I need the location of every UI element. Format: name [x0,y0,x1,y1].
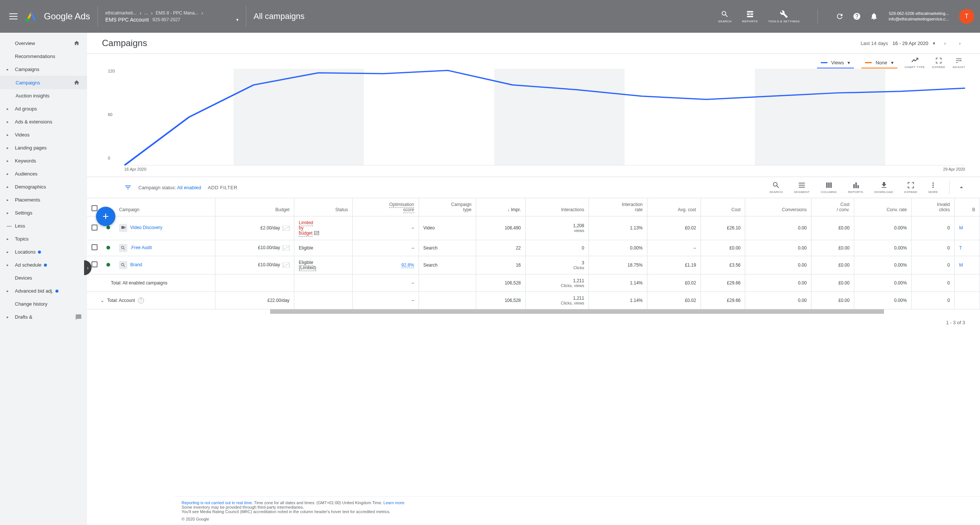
column-header[interactable]: Campaigntype [418,198,476,216]
sidebar-item-campaigns[interactable]: ▸Campaigns [0,63,87,76]
opt-score-link[interactable]: 92.8% [401,262,414,268]
horizontal-scrollbar[interactable] [270,309,884,314]
column-header[interactable]: Cost/ conv. [811,198,854,216]
row-checkbox[interactable] [92,244,97,250]
column-header[interactable]: Interactionrate [589,198,648,216]
column-header[interactable]: Avg. cost [648,198,701,216]
header-reports-button[interactable]: REPORTS [742,10,758,23]
chart-expand-button[interactable]: EXPAND [932,57,945,69]
budget-chart-icon[interactable] [283,246,290,251]
sidebar-item-campaigns[interactable]: Campaigns [0,76,87,89]
sidebar-item-recommendations[interactable]: Recommendations [0,50,87,63]
help-icon[interactable] [853,12,861,21]
sidebar-item-videos[interactable]: ▸Videos [0,128,87,141]
column-header[interactable]: B [955,198,980,216]
tool-label: MORE [928,190,938,194]
date-range-picker[interactable]: Last 14 days 16 - 29 Apr 2020 ▾ ‹ › [861,38,965,48]
row-checkbox[interactable] [92,262,97,267]
campaign-link[interactable]: Brand [130,262,142,267]
sidebar-item-change-history[interactable]: Change history [0,297,87,311]
sidebar-item-devices[interactable]: Devices [0,271,87,284]
sidebar-item-topics[interactable]: ▸Topics [0,232,87,246]
column-header[interactable]: Conversions [745,198,811,216]
sidebar-label: Ads & extensions [15,119,52,125]
metric-selector-primary[interactable]: Views ▾ [817,58,854,68]
campaigns-table-wrap[interactable]: CampaignBudgetStatusOptimisationscoreCam… [87,198,980,309]
reports-icon [746,10,754,18]
column-header[interactable]: Conv. rate [854,198,912,216]
column-header[interactable]: Budget [215,198,294,216]
budget-chart-icon[interactable] [283,262,290,268]
column-header[interactable]: Interactions [525,198,589,216]
refresh-icon[interactable] [836,12,844,21]
column-header[interactable]: ↓ Impr. [476,198,526,216]
chart-preview-icon[interactable] [313,231,320,236]
svg-rect-2 [494,69,624,165]
impr-cell: 106,490 [476,216,526,240]
sidebar-item-ad-schedule[interactable]: ▸Ad schedule [0,259,87,271]
filter-chip[interactable]: Campaign status: All enabled [138,185,201,190]
column-header[interactable]: Invalidclicks [912,198,955,216]
chevron-down-icon[interactable]: ⌄ [100,298,104,303]
sidebar-item-ad-groups[interactable]: ▸Ad groups [0,102,87,115]
footer-link[interactable]: Reporting is not carried out in real tim… [181,500,253,505]
table-more-button[interactable]: MORE [928,181,938,194]
campaign-link[interactable]: Video Discovery [130,225,162,230]
svg-point-0 [25,18,29,22]
table-search-button[interactable]: SEARCH [769,181,783,194]
date-prev-button[interactable]: ‹ [940,38,950,48]
sidebar-item-locations[interactable]: ▸Locations [0,246,87,259]
breadcrumb: ethicalmarketi... › ... › EMS 8 - PPC Ma… [105,10,238,16]
row-checkbox[interactable] [92,225,97,230]
chart-type-button[interactable]: CHART TYPE [905,57,925,69]
learn-more-link[interactable]: Learn more [383,500,404,505]
indicator-dot-icon [38,251,41,254]
main-menu-button[interactable] [6,9,21,24]
new-campaign-fab[interactable]: + [96,207,115,226]
campaign-link[interactable]: .Free Audit [130,245,152,250]
chart-adjust-button[interactable]: ADJUST [953,57,965,69]
convrate-cell: 0.00% [854,240,912,256]
avgcost-cell: £0.02 [648,274,701,292]
sidebar-item-drafts-[interactable]: ▸Drafts & [0,311,87,324]
sidebar-item-keywords[interactable]: ▸Keywords [0,154,87,167]
sidebar-item-audiences[interactable]: ▸Audiences [0,167,87,180]
table-reports-button[interactable]: REPORTS [848,181,863,194]
table-columns-button[interactable]: COLUMNS [821,181,837,194]
sidebar-item-advanced-bid-adj-[interactable]: ▸Advanced bid adj. [0,284,87,297]
sidebar-item-placements[interactable]: ▸Placements [0,194,87,206]
sidebar-item-auction-insights[interactable]: Auction insights [0,89,87,102]
select-all-checkbox[interactable] [92,205,97,211]
sidebar-item-overview[interactable]: Overview [0,36,87,50]
collapse-chart-button[interactable] [958,184,965,191]
date-next-button[interactable]: › [955,38,965,48]
interactions-cell: 0 [525,240,589,256]
table-segment-button[interactable]: SEGMENT [794,181,810,194]
invalid-cell: 0 [912,216,955,240]
table-expand-button[interactable]: EXPAND [904,181,918,194]
column-header[interactable]: Optimisationscore [353,198,419,216]
metric-selector-secondary[interactable]: None ▾ [861,58,897,68]
totals-row: Total: All enabled campaigns–106,5281,21… [87,274,980,292]
budget-chart-icon[interactable] [283,226,290,231]
impr-cell: 106,528 [476,292,526,309]
sidebar-item-less[interactable]: —Less [0,219,87,232]
header-tools-button[interactable]: TOOLS & SETTINGS [768,10,800,23]
column-header[interactable]: Cost [701,198,745,216]
sidebar-item-settings[interactable]: ▸Settings [0,206,87,219]
header-search-button[interactable]: SEARCH [718,10,732,23]
help-icon[interactable]: ? [138,297,144,303]
add-filter-button[interactable]: ADD FILTER [208,185,237,190]
sidebar-item-demographics[interactable]: ▸Demographics [0,180,87,194]
filter-icon[interactable] [124,184,132,191]
sidebar-item-landing-pages[interactable]: ▸Landing pages [0,141,87,154]
table-download-button[interactable]: DOWNLOAD [874,181,893,194]
sidebar-item-ads-extensions[interactable]: ▸Ads & extensions [0,115,87,128]
chevron-right-icon: ▸ [7,120,8,124]
account-switcher[interactable]: ethicalmarketi... › ... › EMS 8 - PPC Ma… [105,10,238,23]
column-header[interactable]: Campaign [115,198,215,216]
column-header[interactable]: Status [294,198,353,216]
bell-icon[interactable] [870,12,878,21]
date-prefix: Last 14 days [861,41,888,46]
user-avatar[interactable]: T [959,9,974,24]
